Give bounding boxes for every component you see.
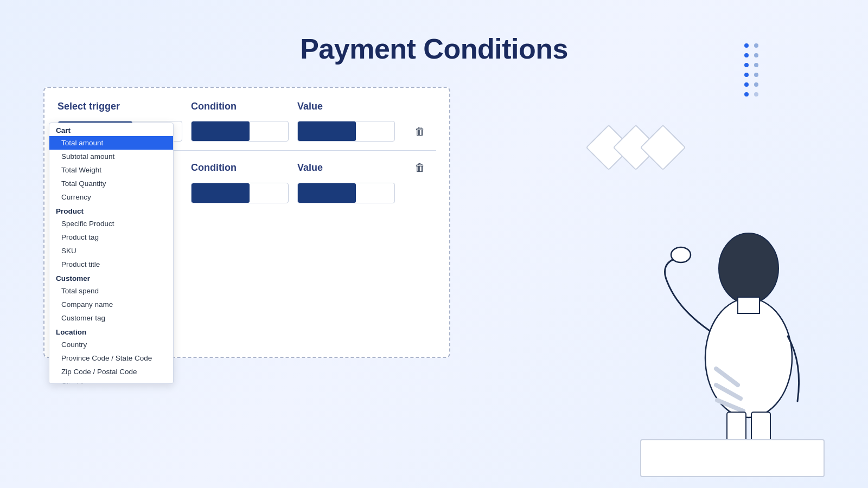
dropdown-item-total-quantity[interactable]: Total Quantity xyxy=(49,177,173,190)
value-input-1[interactable] xyxy=(297,121,395,142)
dropdown-item-zip-code-postal-code[interactable]: Zip Code / Postal Code xyxy=(49,365,173,378)
dot-11 xyxy=(754,92,758,97)
svg-rect-5 xyxy=(738,297,760,313)
page-title: Payment Conditions xyxy=(0,0,868,65)
podium xyxy=(640,439,825,477)
dot-10 xyxy=(744,92,749,97)
condition-input-2[interactable] xyxy=(191,183,289,203)
dropdown-item-currency[interactable]: Currency xyxy=(49,190,173,204)
dot-6 xyxy=(744,73,749,77)
col-condition-2: Condition xyxy=(191,162,289,174)
dropdown-item-sku[interactable]: SKU xyxy=(49,244,173,258)
dot-7 xyxy=(754,73,758,77)
col-condition: Condition xyxy=(191,101,289,112)
dot-8 xyxy=(744,82,749,87)
dropdown-item-product-tag[interactable]: Product tag xyxy=(49,230,173,244)
diamonds-decoration xyxy=(597,130,684,174)
svg-point-4 xyxy=(719,233,778,304)
dropdown-item-city-area[interactable]: City / Area xyxy=(49,378,173,383)
dropdown-group-location: Location xyxy=(49,325,173,338)
dropdown-item-total-spend[interactable]: Total spend xyxy=(49,284,173,298)
dot-2 xyxy=(744,53,749,57)
dots-decoration xyxy=(744,43,760,97)
condition-input-1[interactable] xyxy=(191,121,289,142)
dropdown-group-cart: Cart xyxy=(49,123,173,136)
dropdown-item-specific-product[interactable]: Specific Product xyxy=(49,217,173,230)
row1-headers: Select trigger Condition Value xyxy=(58,101,436,112)
conditions-panel: Select trigger Condition Value 🗑 CartTot… xyxy=(43,87,450,358)
trash-btn-2[interactable]: 🗑 xyxy=(404,162,425,174)
dropdown-item-total-amount[interactable]: Total amount xyxy=(49,136,173,150)
dot-9 xyxy=(754,82,758,87)
dot-4 xyxy=(744,63,749,67)
value-input-2[interactable] xyxy=(297,183,395,203)
col-select-trigger: Select trigger xyxy=(58,101,182,112)
dot-0 xyxy=(744,43,749,48)
col-value-2: Value xyxy=(297,162,395,174)
trigger-dropdown[interactable]: CartTotal amountSubtotal amountTotal Wei… xyxy=(49,123,174,384)
dropdown-item-province-code-state-code[interactable]: Province Code / State Code xyxy=(49,351,173,365)
dot-5 xyxy=(754,63,758,67)
dropdown-item-customer-tag[interactable]: Customer tag xyxy=(49,311,173,325)
dropdown-item-product-title[interactable]: Product title xyxy=(49,258,173,271)
dot-1 xyxy=(754,43,758,48)
dropdown-group-product: Product xyxy=(49,204,173,217)
dropdown-item-total-weight[interactable]: Total Weight xyxy=(49,163,173,177)
svg-point-6 xyxy=(671,247,691,262)
dropdown-group-customer: Customer xyxy=(49,271,173,284)
dropdown-item-country[interactable]: Country xyxy=(49,338,173,351)
dropdown-item-company-name[interactable]: Company name xyxy=(49,298,173,311)
col-value: Value xyxy=(297,101,395,112)
dropdown-item-subtotal-amount[interactable]: Subtotal amount xyxy=(49,150,173,163)
trash-btn-1[interactable]: 🗑 xyxy=(404,125,425,138)
dot-3 xyxy=(754,53,758,57)
dropdown-scroll[interactable]: CartTotal amountSubtotal amountTotal Wei… xyxy=(49,123,173,383)
